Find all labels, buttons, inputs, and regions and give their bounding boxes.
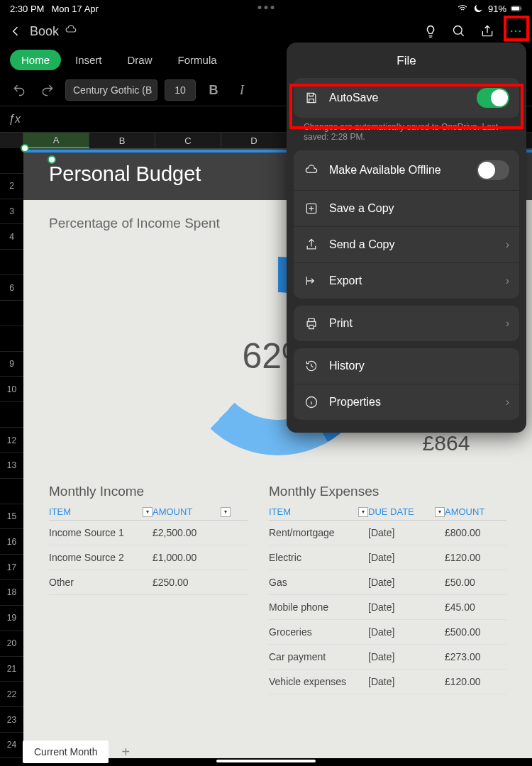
row-header[interactable]: 19 bbox=[0, 606, 23, 631]
expense-amount: £45.00 bbox=[445, 601, 501, 613]
table-row[interactable]: Groceries[Date]£500.00 bbox=[269, 620, 506, 645]
filter-dropdown-icon[interactable]: ▾ bbox=[143, 507, 153, 517]
income-title: Monthly Income bbox=[49, 484, 248, 499]
income-header-amount[interactable]: AMOUNT bbox=[153, 506, 192, 517]
col-header-D[interactable]: D bbox=[221, 133, 287, 148]
row-header[interactable] bbox=[0, 402, 23, 428]
table-row[interactable]: Electric[Date]£120.00 bbox=[269, 545, 506, 570]
table-row[interactable]: Other£250.00 bbox=[49, 570, 248, 595]
redo-button[interactable] bbox=[37, 79, 58, 101]
tab-insert[interactable]: Insert bbox=[64, 50, 113, 70]
expenses-header-item[interactable]: ITEM bbox=[269, 506, 291, 517]
row-header[interactable]: 24 bbox=[0, 733, 23, 758]
moon-icon bbox=[472, 3, 484, 14]
document-name[interactable]: Book bbox=[30, 24, 59, 39]
history-icon bbox=[304, 358, 319, 374]
selection-handle[interactable] bbox=[48, 155, 56, 164]
row-header[interactable] bbox=[0, 250, 23, 275]
file-menu-title: File bbox=[287, 43, 526, 78]
table-row[interactable]: Income Source 1£2,500.00 bbox=[49, 521, 248, 545]
row-header[interactable]: 16 bbox=[0, 529, 23, 555]
table-row[interactable]: Gas[Date]£50.00 bbox=[269, 570, 506, 595]
row-header[interactable]: 2 bbox=[0, 174, 23, 199]
menu-export[interactable]: Export › bbox=[294, 263, 519, 299]
table-row[interactable]: Mobile phone[Date]£45.00 bbox=[269, 595, 506, 620]
bold-button[interactable]: B bbox=[203, 79, 224, 101]
row-header[interactable]: 9 bbox=[0, 352, 23, 377]
tab-draw[interactable]: Draw bbox=[116, 50, 164, 70]
tab-home[interactable]: Home bbox=[10, 50, 61, 70]
table-row[interactable]: Income Source 2£1,000.00 bbox=[49, 545, 248, 570]
col-header-C[interactable]: C bbox=[155, 133, 221, 148]
menu-save-copy[interactable]: Save a Copy bbox=[294, 191, 519, 227]
row-header[interactable] bbox=[0, 301, 23, 326]
select-all-corner[interactable] bbox=[0, 133, 23, 148]
offline-toggle[interactable] bbox=[477, 160, 509, 180]
row-header[interactable]: 12 bbox=[0, 428, 23, 453]
lightbulb-icon[interactable] bbox=[423, 23, 438, 39]
expenses-header-amount[interactable]: AMOUNT bbox=[445, 506, 484, 517]
income-amount: £250.00 bbox=[153, 577, 231, 588]
svg-point-4 bbox=[511, 30, 513, 33]
col-header-B[interactable]: B bbox=[89, 133, 155, 148]
row-header[interactable] bbox=[0, 479, 23, 504]
cloud-sync-icon[interactable] bbox=[65, 23, 77, 39]
table-row[interactable]: Car payment[Date]£273.00 bbox=[269, 645, 506, 670]
more-button[interactable] bbox=[508, 23, 523, 39]
expense-amount: £500.00 bbox=[445, 626, 501, 638]
row-header[interactable]: 3 bbox=[0, 199, 23, 225]
row-header[interactable]: 18 bbox=[0, 580, 23, 606]
table-row[interactable]: Rent/mortgage[Date]£800.00 bbox=[269, 521, 506, 545]
menu-properties[interactable]: Properties › bbox=[294, 384, 519, 420]
search-icon[interactable] bbox=[451, 23, 467, 39]
add-sheet-button[interactable]: + bbox=[114, 744, 137, 760]
info-icon bbox=[304, 394, 319, 410]
chevron-right-icon: › bbox=[506, 238, 509, 251]
row-header[interactable]: 6 bbox=[0, 275, 23, 301]
expense-item: Electric bbox=[269, 552, 368, 563]
filter-dropdown-icon[interactable]: ▾ bbox=[358, 507, 368, 517]
save-copy-icon bbox=[304, 201, 319, 216]
row-header[interactable] bbox=[0, 148, 23, 174]
expenses-header-due[interactable]: DUE DATE bbox=[368, 506, 414, 517]
row-header[interactable]: 22 bbox=[0, 682, 23, 707]
font-size-select[interactable]: 10 bbox=[165, 79, 196, 101]
expense-amount: £50.00 bbox=[445, 577, 501, 588]
menu-offline[interactable]: Make Available Offline bbox=[294, 150, 519, 191]
row-header[interactable] bbox=[0, 326, 23, 352]
font-select[interactable]: Century Gothic (B bbox=[65, 79, 157, 101]
tab-formula[interactable]: Formula bbox=[167, 50, 228, 70]
italic-button[interactable]: I bbox=[231, 79, 253, 101]
menu-history[interactable]: History bbox=[294, 348, 519, 384]
table-row[interactable]: Vehicle expenses[Date]£120.00 bbox=[269, 670, 506, 694]
expenses-title: Monthly Expenses bbox=[269, 484, 506, 499]
multitask-grabber[interactable] bbox=[258, 6, 275, 9]
row-header[interactable]: 13 bbox=[0, 453, 23, 479]
filter-dropdown-icon[interactable]: ▾ bbox=[221, 507, 231, 517]
col-header-A[interactable]: A bbox=[23, 133, 89, 148]
expense-due: [Date] bbox=[368, 626, 445, 638]
undo-button[interactable] bbox=[9, 79, 30, 101]
expense-item: Mobile phone bbox=[269, 601, 368, 613]
sheet-tab-current[interactable]: Current Month bbox=[23, 740, 109, 763]
row-header[interactable]: 17 bbox=[0, 555, 23, 580]
menu-autosave[interactable]: AutoSave bbox=[294, 78, 519, 118]
row-header[interactable]: 4 bbox=[0, 224, 23, 250]
share-icon[interactable] bbox=[480, 23, 495, 39]
menu-print[interactable]: Print › bbox=[294, 306, 519, 341]
menu-send-copy[interactable]: Send a Copy › bbox=[294, 227, 519, 263]
cloud-offline-icon bbox=[304, 162, 319, 178]
selection-handle[interactable] bbox=[21, 144, 29, 152]
row-header[interactable]: 15 bbox=[0, 504, 23, 530]
row-header[interactable]: 10 bbox=[0, 377, 23, 402]
fx-icon: ƒx bbox=[9, 113, 21, 126]
row-header[interactable]: 21 bbox=[0, 657, 23, 682]
income-amount: £2,500.00 bbox=[153, 527, 231, 538]
income-header-item[interactable]: ITEM bbox=[49, 506, 71, 517]
row-header[interactable]: 23 bbox=[0, 707, 23, 733]
autosave-toggle[interactable] bbox=[477, 88, 509, 108]
row-header[interactable]: 20 bbox=[0, 631, 23, 657]
home-indicator[interactable] bbox=[216, 760, 316, 762]
filter-dropdown-icon[interactable]: ▾ bbox=[435, 507, 445, 517]
back-button[interactable] bbox=[9, 24, 27, 38]
